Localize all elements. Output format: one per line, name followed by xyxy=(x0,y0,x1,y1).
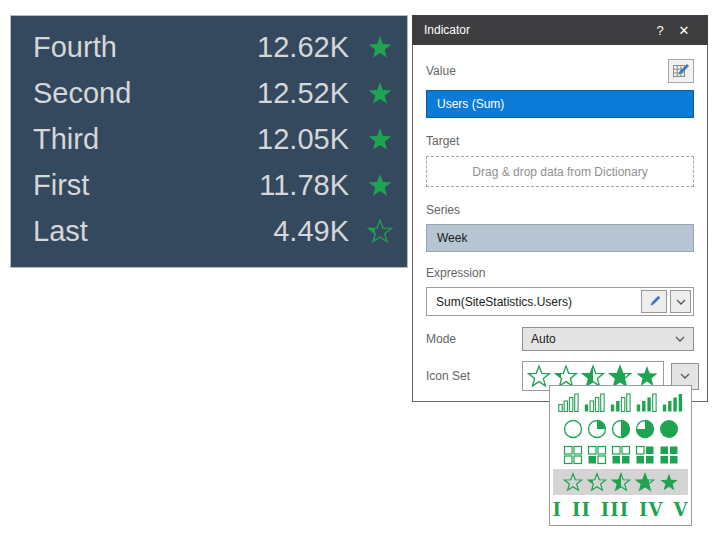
series-section-label: Series xyxy=(426,203,694,217)
squares-3-icon xyxy=(635,445,655,465)
squares-2-icon xyxy=(611,445,631,465)
squares-4-icon xyxy=(659,445,679,465)
roman-numeral: I xyxy=(553,499,562,520)
row-value: 11.78K xyxy=(89,169,349,202)
row-label: Fourth xyxy=(33,31,117,64)
star-full-icon xyxy=(365,126,395,152)
row-value: 12.62K xyxy=(117,31,349,64)
expression-field[interactable]: Sum(SiteStatistics.Users) xyxy=(426,287,694,316)
panel-titlebar: Indicator ? ✕ xyxy=(412,15,708,45)
star-full-icon xyxy=(659,472,679,492)
roman-numeral: IV xyxy=(639,499,663,520)
pencil-icon xyxy=(647,294,662,309)
bars-4-icon xyxy=(662,392,684,412)
row-label: First xyxy=(33,169,89,202)
series-selected-item[interactable]: Week xyxy=(426,224,694,252)
value-item-label: Users (Sum) xyxy=(437,97,504,111)
squares-0-icon xyxy=(563,445,583,465)
icon-set-option-bars[interactable] xyxy=(553,389,688,415)
value-selected-item[interactable]: Users (Sum) xyxy=(426,90,694,118)
star-partial-icon xyxy=(365,218,395,244)
bars-2-icon xyxy=(610,392,632,412)
value-section-label: Value xyxy=(426,64,456,78)
icon-set-dropdown-popup: I II III IV V xyxy=(549,385,692,526)
chevron-down-icon xyxy=(680,373,690,379)
icon-set-option-stars[interactable] xyxy=(553,469,688,495)
star-half-icon xyxy=(611,472,631,492)
pie-0-icon xyxy=(563,419,583,439)
mode-combobox[interactable]: Auto xyxy=(522,327,694,351)
series-item-label: Week xyxy=(437,231,467,245)
star-empty-icon xyxy=(563,472,583,492)
row-value: 12.52K xyxy=(131,77,349,110)
mode-selected-value: Auto xyxy=(531,332,675,346)
roman-numeral: V xyxy=(673,499,688,520)
pie-75-icon xyxy=(635,419,655,439)
expression-dropdown-button[interactable] xyxy=(670,290,691,313)
row-value: 12.05K xyxy=(99,123,349,156)
bars-3-icon xyxy=(636,392,658,412)
edit-data-button[interactable] xyxy=(668,59,694,83)
roman-numeral: III xyxy=(601,499,629,520)
icon-set-option-squares[interactable] xyxy=(553,442,688,468)
star-full-icon xyxy=(365,80,395,106)
icon-set-section-label: Icon Set xyxy=(426,369,522,383)
star-threequarter-icon xyxy=(635,472,655,492)
icon-set-option-pies[interactable] xyxy=(553,416,688,442)
indicator-row: Second 12.52K xyxy=(33,70,395,116)
pie-50-icon xyxy=(611,419,631,439)
star-full-icon xyxy=(365,34,395,60)
indicator-widget: Fourth 12.62K Second 12.52K Third 12.05K… xyxy=(10,15,408,268)
chevron-down-icon xyxy=(675,336,685,342)
bars-0-icon xyxy=(558,392,580,412)
star-quarter-icon xyxy=(587,472,607,492)
indicator-row: Fourth 12.62K xyxy=(33,24,395,70)
star-full-icon xyxy=(365,172,395,198)
target-drop-zone[interactable]: Drag & drop data from Dictionary xyxy=(426,156,694,187)
indicator-row: Third 12.05K xyxy=(33,116,395,162)
chevron-down-icon xyxy=(676,299,686,305)
bars-1-icon xyxy=(584,392,606,412)
row-label: Third xyxy=(33,123,99,156)
drop-hint-text: Drag & drop data from Dictionary xyxy=(472,165,647,179)
star-empty-icon xyxy=(527,364,551,388)
row-value: 4.49K xyxy=(88,215,349,248)
squares-1-icon xyxy=(587,445,607,465)
panel-title: Indicator xyxy=(424,23,648,37)
row-label: Last xyxy=(33,215,88,248)
pie-100-icon xyxy=(659,419,679,439)
expression-value: Sum(SiteStatistics.Users) xyxy=(429,295,638,309)
grid-pencil-icon xyxy=(672,62,690,80)
pie-25-icon xyxy=(587,419,607,439)
close-button[interactable]: ✕ xyxy=(672,23,696,38)
indicator-properties-panel: Indicator ? ✕ Value xyxy=(412,15,708,402)
roman-numeral: II xyxy=(572,499,591,520)
indicator-row: First 11.78K xyxy=(33,162,395,208)
mode-section-label: Mode xyxy=(426,332,522,346)
help-button[interactable]: ? xyxy=(648,23,672,38)
indicator-row: Last 4.49K xyxy=(33,208,395,254)
target-section-label: Target xyxy=(426,134,694,148)
row-label: Second xyxy=(33,77,131,110)
edit-expression-button[interactable] xyxy=(641,290,667,313)
expression-section-label: Expression xyxy=(426,266,694,280)
icon-set-option-roman-numerals[interactable]: I II III IV V xyxy=(553,496,688,522)
